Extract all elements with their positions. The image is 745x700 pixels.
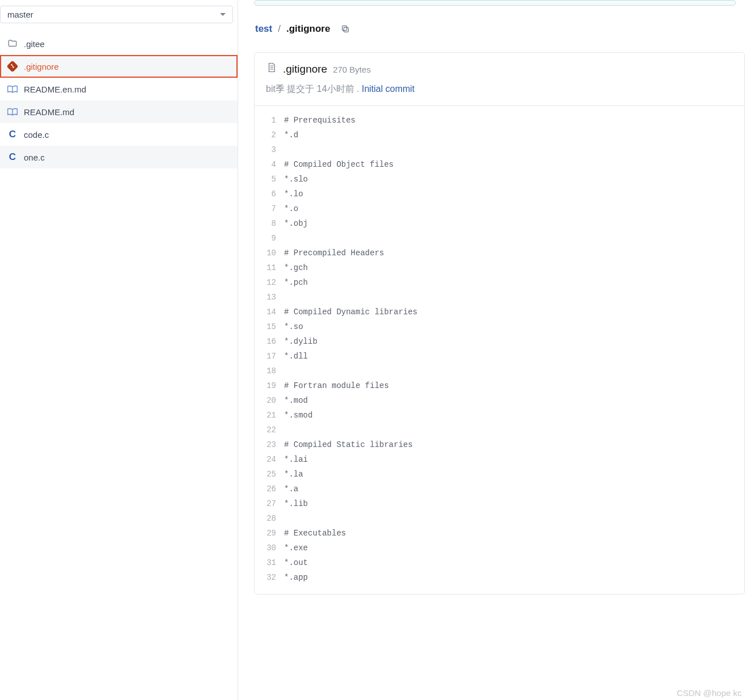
line-number: 19 [255,378,276,393]
code-line: # Executables [284,526,744,541]
file-size: 270 Bytes [333,65,371,74]
line-number: 7 [255,201,276,216]
line-number: 3 [255,142,276,157]
line-number: 20 [255,393,276,408]
line-number: 6 [255,187,276,201]
breadcrumb-root[interactable]: test [255,23,272,35]
chevron-down-icon [220,13,226,16]
code-line: *.so [284,319,744,334]
line-number: 21 [255,408,276,423]
code-viewer: 1234567891011121314151617181920212223242… [255,106,744,594]
commit-message-link[interactable]: Initial commit [362,84,414,94]
code-line: *.lib [284,496,744,511]
line-number: 23 [255,437,276,452]
code-line [284,423,744,437]
watermark: CSDN @hope kc [677,688,742,698]
line-number: 25 [255,467,276,482]
file-item-label: README.en.md [24,85,86,94]
code-line: *.lo [284,187,744,201]
file-item-readme[interactable]: README.md [0,100,238,123]
line-number: 31 [255,555,276,570]
line-number: 18 [255,364,276,378]
line-number: 2 [255,128,276,142]
file-item-gitee[interactable]: .gitee [0,32,238,55]
file-item-readme-en[interactable]: README.en.md [0,78,238,100]
file-item-label: one.c [24,153,45,162]
code-line: *.app [284,570,744,585]
folder-icon [7,38,18,49]
file-item-label: code.c [24,130,49,140]
breadcrumb-current: .gitignore [286,23,330,35]
line-number: 15 [255,319,276,334]
line-number: 28 [255,511,276,526]
line-number: 16 [255,334,276,349]
line-number: 27 [255,496,276,511]
line-number: 24 [255,452,276,467]
file-item-label: .gitee [24,39,45,49]
code-line: *.obj [284,216,744,231]
file-tree-panel: master .gitee .gitignore README.en [0,0,238,700]
code-line: *.mod [284,393,744,408]
line-number: 29 [255,526,276,541]
breadcrumb: test / .gitignore [255,22,745,36]
line-number: 9 [255,231,276,246]
line-number: 4 [255,157,276,172]
code-line: # Compiled Dynamic libraries [284,305,744,319]
code-line: *.o [284,201,744,216]
file-item-label: .gitignore [24,62,59,71]
breadcrumb-sep: / [278,23,281,35]
file-item-code-c[interactable]: C code.c [0,123,238,146]
content-panel: test / .gitignore .gitignore 270 Bytes b… [238,0,745,700]
file-item-one-c[interactable]: C one.c [0,146,238,168]
code-line: *.slo [284,172,744,187]
svg-rect-4 [342,26,347,31]
code-line [284,290,744,305]
code-line: *.dll [284,349,744,364]
branch-selector[interactable]: master [0,6,233,23]
code-line: # Precompiled Headers [284,246,744,260]
code-content[interactable]: # Prerequisites*.d # Compiled Object fil… [284,113,744,585]
file-icon [266,62,277,73]
file-item-label: README.md [24,107,74,117]
line-number: 11 [255,260,276,275]
code-line [284,142,744,157]
copy-path-button[interactable] [338,22,353,36]
line-number: 26 [255,482,276,496]
commit-info: bit季 提交于 14小时前 . Initial commit [255,80,744,106]
branch-name: master [7,10,33,19]
code-line: *.la [284,467,744,482]
line-number: 5 [255,172,276,187]
code-line: # Compiled Object files [284,157,744,172]
info-banner [254,0,736,6]
line-number-gutter: 1234567891011121314151617181920212223242… [255,113,284,585]
file-list: .gitee .gitignore README.en.md README.md [0,32,238,168]
book-icon [7,83,18,95]
code-line: *.a [284,482,744,496]
line-number: 32 [255,570,276,585]
code-line [284,511,744,526]
file-name: .gitignore [283,63,327,75]
code-line: # Fortran module files [284,378,744,393]
line-number: 13 [255,290,276,305]
line-number: 8 [255,216,276,231]
line-number: 30 [255,541,276,555]
git-icon [7,61,18,72]
line-number: 14 [255,305,276,319]
commit-time: 提交于 14小时前 . [287,84,359,94]
line-number: 17 [255,349,276,364]
c-file-icon: C [7,129,18,140]
code-line: *.d [284,128,744,142]
line-number: 10 [255,246,276,260]
line-number: 22 [255,423,276,437]
code-line: *.pch [284,275,744,290]
code-line: # Compiled Static libraries [284,437,744,452]
code-line: *.dylib [284,334,744,349]
line-number: 12 [255,275,276,290]
code-line: *.gch [284,260,744,275]
svg-rect-3 [344,27,349,32]
code-line [284,231,744,246]
file-item-gitignore[interactable]: .gitignore [0,55,238,78]
code-line: *.smod [284,408,744,423]
code-line: *.out [284,555,744,570]
book-icon [7,106,18,117]
